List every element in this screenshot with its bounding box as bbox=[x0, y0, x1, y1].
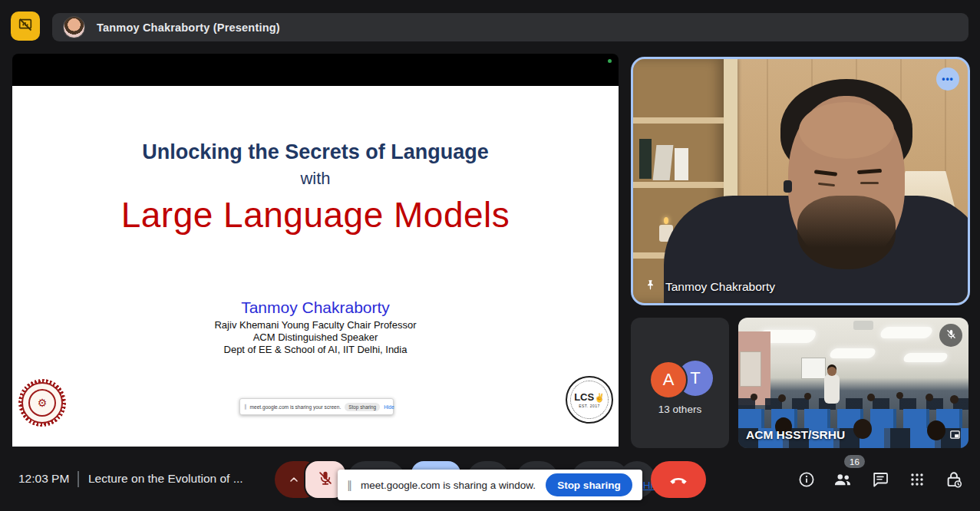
participants-button[interactable] bbox=[833, 470, 853, 490]
expand-tile-icon[interactable] bbox=[947, 427, 962, 442]
chevron-up-icon bbox=[288, 473, 300, 486]
iit-logo-core: ⚙ bbox=[28, 389, 56, 417]
tile-muted-indicator bbox=[939, 324, 962, 347]
inner-share-message: meet.google.com is sharing your screen. bbox=[250, 404, 342, 410]
info-icon bbox=[797, 470, 816, 489]
share-banner-message: meet.google.com is sharing a window. bbox=[361, 480, 536, 491]
people-icon bbox=[833, 470, 853, 490]
drag-handle-icon[interactable]: ∥ bbox=[244, 404, 247, 410]
mic-off-icon bbox=[317, 470, 334, 490]
mic-off-icon bbox=[945, 328, 957, 343]
chrome-share-banner: ∥ meet.google.com is sharing a window. S… bbox=[338, 470, 642, 500]
meeting-title: Lecture on the Evolution of ... bbox=[88, 472, 263, 486]
camera-active-dot bbox=[608, 59, 612, 63]
presenting-banner[interactable]: Tanmoy Chakraborty (Presenting) bbox=[52, 13, 968, 41]
pin-icon bbox=[644, 279, 657, 295]
inner-stop-sharing-button[interactable]: Stop sharing bbox=[345, 403, 380, 411]
iit-delhi-logo: ⚙ bbox=[18, 379, 66, 427]
phone-down-icon bbox=[668, 470, 688, 490]
inner-hide-link[interactable]: Hide bbox=[384, 404, 394, 410]
meet-window: Tanmoy Chakraborty (Presenting) Unlockin… bbox=[0, 0, 980, 511]
lcs-logo: LCS✌ EST. 2017 bbox=[566, 376, 613, 424]
microphone-control bbox=[275, 461, 345, 498]
others-tile[interactable]: A T 13 others bbox=[631, 318, 729, 448]
presentation-slide: Unlocking the Secrets of Language with L… bbox=[12, 86, 619, 447]
shared-screen-region[interactable]: Unlocking the Secrets of Language with L… bbox=[12, 54, 619, 447]
lcs-hand-icon: ✌ bbox=[594, 393, 605, 402]
presentation-off-icon bbox=[17, 16, 34, 36]
apps-grid-icon bbox=[908, 470, 926, 489]
slide-title: Unlocking the Secrets of Language bbox=[12, 140, 619, 164]
participants-count-badge: 16 bbox=[844, 455, 865, 468]
main-tile-name-label: Tanmoy Chakraborty bbox=[665, 280, 775, 294]
end-call-button[interactable] bbox=[651, 461, 706, 498]
lcs-logo-est: EST. 2017 bbox=[579, 404, 600, 408]
chat-button[interactable] bbox=[870, 470, 890, 490]
slide-speaker-role: Rajiv Khemani Young Faculty Chair Profes… bbox=[12, 319, 619, 331]
main-video-tile[interactable]: Tanmoy Chakraborty ••• bbox=[631, 57, 970, 305]
activities-button[interactable] bbox=[907, 470, 927, 490]
drag-handle-icon[interactable]: ∥ bbox=[347, 479, 353, 491]
classroom-tile-name-label: ACM HSST/SRHU bbox=[746, 428, 845, 442]
meeting-details-button[interactable] bbox=[797, 470, 817, 490]
inner-share-banner: ∥ meet.google.com is sharing your screen… bbox=[239, 398, 394, 415]
stop-sharing-button[interactable]: Stop sharing bbox=[546, 473, 632, 496]
others-count-label: 13 others bbox=[631, 404, 729, 415]
host-controls-button[interactable] bbox=[944, 470, 964, 490]
tile-more-options-button[interactable]: ••• bbox=[936, 68, 959, 91]
divider bbox=[78, 471, 79, 487]
avatar-a: A bbox=[649, 361, 688, 399]
slide-speaker-role: ACM Distinguished Speaker bbox=[12, 331, 619, 343]
chat-icon bbox=[871, 470, 889, 489]
iit-logo-ring: ⚙ bbox=[21, 382, 63, 424]
host-controls-lock-icon bbox=[944, 470, 964, 490]
slide-speaker-role: Dept of EE & School of AI, IIT Delhi, In… bbox=[12, 344, 619, 355]
slide-speaker-name: Tanmoy Chakraborty bbox=[12, 298, 619, 317]
presenting-indicator-button[interactable] bbox=[11, 12, 40, 41]
lcs-logo-ring: LCS✌ EST. 2017 bbox=[570, 381, 609, 419]
classroom-video-tile[interactable]: ACM HSST/SRHU bbox=[738, 318, 968, 448]
lcs-logo-text: LCS bbox=[574, 391, 594, 403]
slide-subtitle: with bbox=[12, 169, 619, 189]
presenter-avatar bbox=[63, 16, 85, 38]
slide-main-title: Large Language Models bbox=[12, 194, 619, 236]
presenting-label: Tanmoy Chakraborty (Presenting) bbox=[97, 21, 280, 34]
clock-time: 12:03 PM bbox=[18, 472, 69, 486]
